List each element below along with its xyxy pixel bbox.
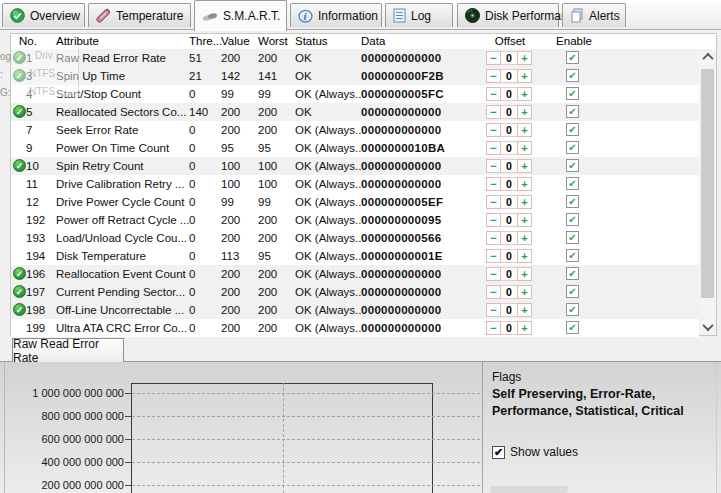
table-row[interactable]: ✓ 4 Start/Stop Count 0 99 99 OK (Always.… bbox=[11, 85, 699, 103]
offset-decrease-button[interactable]: − bbox=[486, 303, 501, 317]
show-values-checkbox[interactable]: ✔ bbox=[492, 446, 505, 459]
table-row[interactable]: ✓ 196 Reallocation Event Count 0 200 200… bbox=[11, 265, 699, 283]
tab-log[interactable]: Log bbox=[385, 3, 453, 27]
offset-stepper: − 0 + bbox=[486, 285, 534, 299]
enable-checkbox[interactable]: ✔ bbox=[566, 231, 579, 244]
enable-checkbox[interactable]: ✔ bbox=[566, 69, 579, 82]
offset-decrease-button[interactable]: − bbox=[486, 159, 501, 173]
row-no: 7 bbox=[26, 121, 56, 139]
tab-overview[interactable]: Overview bbox=[2, 3, 85, 27]
enable-checkbox[interactable]: ✔ bbox=[566, 285, 579, 298]
offset-increase-button[interactable]: + bbox=[517, 321, 532, 335]
table-row[interactable]: ✓ 199 Ultra ATA CRC Error Co... 0 200 20… bbox=[11, 319, 699, 337]
row-no: 199 bbox=[26, 319, 56, 337]
ghost-margin-text: : bbox=[0, 69, 11, 80]
tab-alerts[interactable]: Alerts bbox=[562, 3, 626, 27]
table-row[interactable]: ✓ 192 Power off Retract Cycle ... 0 200 … bbox=[11, 211, 699, 229]
row-value: 200 bbox=[221, 49, 255, 67]
offset-increase-button[interactable]: + bbox=[517, 69, 532, 83]
table-row[interactable]: ✓ 9 Power On Time Count 0 95 95 OK (Alwa… bbox=[11, 139, 699, 157]
col-data: Data bbox=[361, 34, 385, 49]
offset-decrease-button[interactable]: − bbox=[486, 231, 501, 245]
enable-checkbox[interactable]: ✔ bbox=[566, 213, 579, 226]
table-row[interactable]: ✓ 197 Current Pending Sector... 0 200 20… bbox=[11, 283, 699, 301]
offset-increase-button[interactable]: + bbox=[517, 285, 532, 299]
offset-decrease-button[interactable]: − bbox=[486, 105, 501, 119]
tab-disk-performance[interactable]: Disk Performance bbox=[457, 3, 559, 27]
offset-increase-button[interactable]: + bbox=[517, 303, 532, 317]
scroll-down-button[interactable] bbox=[699, 319, 716, 335]
offset-increase-button[interactable]: + bbox=[517, 141, 532, 155]
main-tab-bar: Overview Temperature S.M.A.R.T. i Inform… bbox=[0, 0, 721, 30]
offset-decrease-button[interactable]: − bbox=[486, 123, 501, 137]
offset-value: 0 bbox=[501, 123, 517, 137]
enable-checkbox[interactable]: ✔ bbox=[566, 303, 579, 316]
offset-decrease-button[interactable]: − bbox=[486, 249, 501, 263]
enable-checkbox[interactable]: ✔ bbox=[566, 321, 579, 334]
enable-checkbox[interactable]: ✔ bbox=[566, 105, 579, 118]
offset-increase-button[interactable]: + bbox=[517, 87, 532, 101]
enable-checkbox[interactable]: ✔ bbox=[566, 177, 579, 190]
table-row[interactable]: ✓ 12 Drive Power Cycle Count 0 99 99 OK … bbox=[11, 193, 699, 211]
enable-checkbox[interactable]: ✔ bbox=[566, 267, 579, 280]
offset-increase-button[interactable]: + bbox=[517, 249, 532, 263]
offset-decrease-button[interactable]: − bbox=[486, 321, 501, 335]
offset-decrease-button[interactable]: − bbox=[486, 267, 501, 281]
tab-information[interactable]: i Information bbox=[290, 3, 382, 27]
table-row[interactable]: ✓ 198 Off-Line Uncorrectable ... 0 200 2… bbox=[11, 301, 699, 319]
enable-checkbox[interactable]: ✔ bbox=[566, 159, 579, 172]
offset-increase-button[interactable]: + bbox=[517, 105, 532, 119]
table-row[interactable]: ✓ 193 Load/Unload Cycle Cou... 0 200 200… bbox=[11, 229, 699, 247]
vertical-scrollbar[interactable] bbox=[699, 49, 716, 335]
scrollbar-thumb[interactable] bbox=[701, 69, 714, 298]
offset-decrease-button[interactable]: − bbox=[486, 213, 501, 227]
table-row[interactable]: ✓ 194 Disk Temperature 0 113 95 OK (Alwa… bbox=[11, 247, 699, 265]
detail-content: 1 000 000 000 000800 000 000 000600 000 … bbox=[0, 361, 721, 493]
offset-stepper: − 0 + bbox=[486, 105, 534, 119]
offset-increase-button[interactable]: + bbox=[517, 195, 532, 209]
scroll-up-button[interactable] bbox=[699, 49, 716, 65]
col-status: Status bbox=[295, 34, 328, 49]
enable-checkbox[interactable]: ✔ bbox=[566, 249, 579, 262]
table-row[interactable]: ✓ 10 Spin Retry Count 0 100 100 OK (Alwa… bbox=[11, 157, 699, 175]
offset-decrease-button[interactable]: − bbox=[486, 177, 501, 191]
row-threshold: 0 bbox=[189, 193, 219, 211]
enable-checkbox[interactable]: ✔ bbox=[566, 141, 579, 154]
offset-decrease-button[interactable]: − bbox=[486, 141, 501, 155]
table-row[interactable]: ✓ 7 Seek Error Rate 0 200 200 OK (Always… bbox=[11, 121, 699, 139]
table-row[interactable]: ✓ 1 Raw Read Error Rate 51 200 200 OK 00… bbox=[11, 49, 699, 67]
enable-checkbox[interactable]: ✔ bbox=[566, 195, 579, 208]
offset-stepper: − 0 + bbox=[486, 321, 534, 335]
offset-increase-button[interactable]: + bbox=[517, 51, 532, 65]
row-value: 95 bbox=[221, 139, 255, 157]
offset-increase-button[interactable]: + bbox=[517, 213, 532, 227]
enable-checkbox[interactable]: ✔ bbox=[566, 87, 579, 100]
detail-tab-raw-read-error-rate[interactable]: Raw Read Error Rate bbox=[12, 338, 124, 362]
row-no: 3 bbox=[26, 67, 56, 85]
row-status: OK bbox=[295, 49, 361, 67]
table-row[interactable]: ✓ 5 Reallocated Sectors Co... 140 200 20… bbox=[11, 103, 699, 121]
offset-increase-button[interactable]: + bbox=[517, 267, 532, 281]
y-tick-mark bbox=[125, 416, 131, 417]
offset-decrease-button[interactable]: − bbox=[486, 69, 501, 83]
offset-decrease-button[interactable]: − bbox=[486, 285, 501, 299]
offset-decrease-button[interactable]: − bbox=[486, 87, 501, 101]
tab-smart[interactable]: S.M.A.R.T. bbox=[194, 0, 287, 31]
tab-temperature[interactable]: Temperature bbox=[88, 3, 191, 27]
enable-checkbox[interactable]: ✔ bbox=[566, 123, 579, 136]
enable-checkbox[interactable]: ✔ bbox=[566, 51, 579, 64]
offset-decrease-button[interactable]: − bbox=[486, 195, 501, 209]
row-status: OK (Always... bbox=[295, 193, 361, 211]
table-row[interactable]: ✓ 3 Spin Up Time 21 142 141 OK 000000000… bbox=[11, 67, 699, 85]
enable-cell: ✔ bbox=[566, 177, 579, 191]
offset-increase-button[interactable]: + bbox=[517, 123, 532, 137]
horizontal-gridline bbox=[132, 485, 480, 486]
offset-increase-button[interactable]: + bbox=[517, 177, 532, 191]
flags-title: Flags bbox=[492, 370, 521, 384]
pane-left-edge bbox=[4, 362, 5, 493]
offset-increase-button[interactable]: + bbox=[517, 231, 532, 245]
offset-increase-button[interactable]: + bbox=[517, 159, 532, 173]
table-row[interactable]: ✓ 11 Drive Calibration Retry ... 0 100 1… bbox=[11, 175, 699, 193]
col-value: Value bbox=[221, 34, 250, 49]
offset-decrease-button[interactable]: − bbox=[486, 51, 501, 65]
